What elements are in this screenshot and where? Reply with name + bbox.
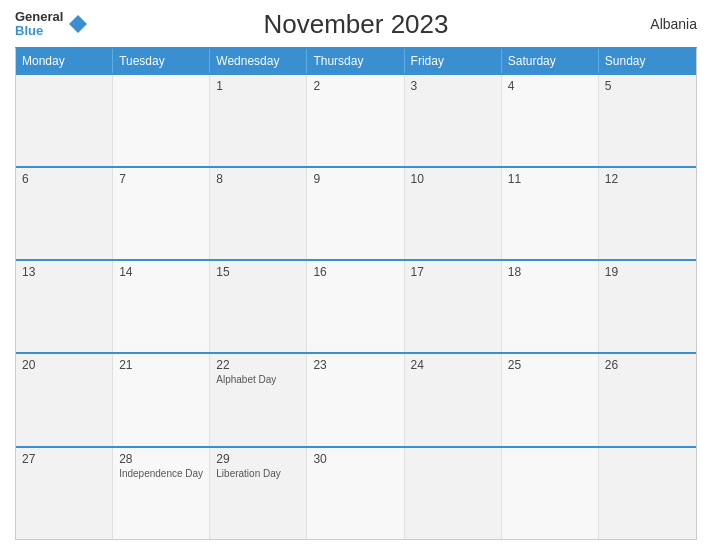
calendar-row: 202122Alphabet Day23242526 bbox=[16, 352, 696, 445]
calendar-cell: 2 bbox=[307, 75, 404, 166]
calendar: MondayTuesdayWednesdayThursdayFridaySatu… bbox=[15, 47, 697, 540]
day-number: 10 bbox=[411, 172, 495, 186]
calendar-cell: 21 bbox=[113, 354, 210, 445]
day-number: 24 bbox=[411, 358, 495, 372]
day-number: 18 bbox=[508, 265, 592, 279]
calendar-cell: 10 bbox=[405, 168, 502, 259]
day-number: 1 bbox=[216, 79, 300, 93]
calendar-header-cell: Tuesday bbox=[113, 49, 210, 73]
calendar-row: 2728Independence Day29Liberation Day30 bbox=[16, 446, 696, 539]
calendar-cell: 1 bbox=[210, 75, 307, 166]
svg-marker-0 bbox=[69, 15, 87, 33]
day-event: Independence Day bbox=[119, 468, 203, 479]
calendar-cell bbox=[16, 75, 113, 166]
day-event: Liberation Day bbox=[216, 468, 300, 479]
day-number: 7 bbox=[119, 172, 203, 186]
day-number: 9 bbox=[313, 172, 397, 186]
day-number: 22 bbox=[216, 358, 300, 372]
calendar-cell: 19 bbox=[599, 261, 696, 352]
calendar-cell: 26 bbox=[599, 354, 696, 445]
day-number: 17 bbox=[411, 265, 495, 279]
calendar-cell: 5 bbox=[599, 75, 696, 166]
calendar-cell: 25 bbox=[502, 354, 599, 445]
calendar-title: November 2023 bbox=[264, 9, 449, 40]
calendar-header-cell: Friday bbox=[405, 49, 502, 73]
day-number: 8 bbox=[216, 172, 300, 186]
calendar-header: MondayTuesdayWednesdayThursdayFridaySatu… bbox=[16, 49, 696, 73]
day-number: 28 bbox=[119, 452, 203, 466]
calendar-cell: 14 bbox=[113, 261, 210, 352]
day-number: 27 bbox=[22, 452, 106, 466]
calendar-cell: 27 bbox=[16, 448, 113, 539]
calendar-cell: 13 bbox=[16, 261, 113, 352]
calendar-cell: 22Alphabet Day bbox=[210, 354, 307, 445]
calendar-header-cell: Wednesday bbox=[210, 49, 307, 73]
day-number: 16 bbox=[313, 265, 397, 279]
day-number: 30 bbox=[313, 452, 397, 466]
country-label: Albania bbox=[650, 16, 697, 32]
day-number: 29 bbox=[216, 452, 300, 466]
calendar-cell: 16 bbox=[307, 261, 404, 352]
calendar-header-cell: Saturday bbox=[502, 49, 599, 73]
day-number: 23 bbox=[313, 358, 397, 372]
calendar-cell: 24 bbox=[405, 354, 502, 445]
calendar-header-cell: Sunday bbox=[599, 49, 696, 73]
calendar-cell: 29Liberation Day bbox=[210, 448, 307, 539]
calendar-cell: 17 bbox=[405, 261, 502, 352]
day-number: 14 bbox=[119, 265, 203, 279]
day-number: 21 bbox=[119, 358, 203, 372]
calendar-cell: 15 bbox=[210, 261, 307, 352]
day-number: 25 bbox=[508, 358, 592, 372]
calendar-row: 6789101112 bbox=[16, 166, 696, 259]
calendar-body: 12345678910111213141516171819202122Alpha… bbox=[16, 73, 696, 539]
logo-flag-icon bbox=[67, 13, 89, 35]
calendar-header-cell: Monday bbox=[16, 49, 113, 73]
calendar-header-cell: Thursday bbox=[307, 49, 404, 73]
calendar-cell: 8 bbox=[210, 168, 307, 259]
day-number: 12 bbox=[605, 172, 690, 186]
calendar-cell: 7 bbox=[113, 168, 210, 259]
day-number: 3 bbox=[411, 79, 495, 93]
calendar-cell bbox=[502, 448, 599, 539]
day-number: 11 bbox=[508, 172, 592, 186]
calendar-cell: 3 bbox=[405, 75, 502, 166]
day-number: 5 bbox=[605, 79, 690, 93]
calendar-cell: 4 bbox=[502, 75, 599, 166]
calendar-cell: 28Independence Day bbox=[113, 448, 210, 539]
day-event: Alphabet Day bbox=[216, 374, 300, 385]
logo: General Blue bbox=[15, 10, 89, 39]
header: General Blue November 2023 Albania bbox=[15, 10, 697, 39]
calendar-cell: 18 bbox=[502, 261, 599, 352]
calendar-cell: 12 bbox=[599, 168, 696, 259]
day-number: 19 bbox=[605, 265, 690, 279]
calendar-cell: 23 bbox=[307, 354, 404, 445]
calendar-cell: 9 bbox=[307, 168, 404, 259]
calendar-row: 13141516171819 bbox=[16, 259, 696, 352]
day-number: 15 bbox=[216, 265, 300, 279]
calendar-cell: 6 bbox=[16, 168, 113, 259]
logo-blue: Blue bbox=[15, 24, 63, 38]
calendar-cell bbox=[599, 448, 696, 539]
calendar-cell bbox=[405, 448, 502, 539]
day-number: 2 bbox=[313, 79, 397, 93]
calendar-cell: 20 bbox=[16, 354, 113, 445]
day-number: 4 bbox=[508, 79, 592, 93]
day-number: 26 bbox=[605, 358, 690, 372]
day-number: 20 bbox=[22, 358, 106, 372]
calendar-cell: 30 bbox=[307, 448, 404, 539]
day-number: 13 bbox=[22, 265, 106, 279]
day-number: 6 bbox=[22, 172, 106, 186]
logo-general: General bbox=[15, 10, 63, 24]
calendar-row: 12345 bbox=[16, 73, 696, 166]
calendar-cell bbox=[113, 75, 210, 166]
calendar-cell: 11 bbox=[502, 168, 599, 259]
page: General Blue November 2023 Albania Monda… bbox=[0, 0, 712, 550]
